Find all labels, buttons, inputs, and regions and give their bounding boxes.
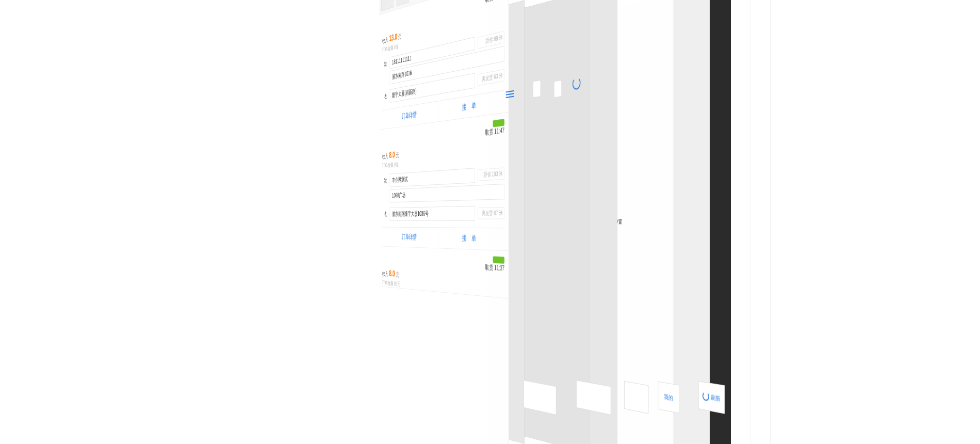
from-distance: 距你 88 米 [478,30,504,49]
tabbar-refresh[interactable]: 刷新 [698,381,725,414]
toolbar-slot-2[interactable] [554,80,562,98]
tabbar-slot-3[interactable] [624,381,648,414]
header-slot-b[interactable] [397,0,410,6]
from-distance: 距你 193 米 [478,167,504,181]
pickup-time: 取货 11:47 [485,126,504,138]
from-line1: 丰企网测试 [390,168,475,187]
from-tag: 发: [382,59,388,69]
refresh-small-icon [703,391,709,401]
income-label: 收入 [382,36,388,44]
order-card[interactable]: 取货 11:37 收入 8.0 元 订单金额 85元 [379,246,509,299]
to-line1: 浦东南路隆宇大厦1036号 [390,206,475,221]
income-unit: 元 [398,33,401,40]
order-card[interactable]: 取货 16:01 收入 13.0 元 订单金额 6元 发: 1811111111… [379,0,509,130]
status-pill [493,256,505,263]
income-label: 收入 [382,270,388,277]
accept-order-button[interactable]: 接 单 [438,228,504,250]
order-card[interactable]: 取货 11:47 收入 8.0 元 订单金额 8元 发: 丰企网测试 距你 19… [379,113,509,251]
order-detail-button[interactable]: 订单详情 [382,227,438,248]
from-tag: 发: [382,177,388,185]
exploded-3d-scene: 订单弹窗 取货 16:01 收入 13.0 元 订单金额 6元 发: 18111… [0,0,980,444]
order-list-panel[interactable]: 取货 16:01 收入 13.0 元 订单金额 6元 发: 1811111111… [379,0,509,444]
income-amount: 8.0 [389,150,395,159]
income-amount: 8.0 [389,269,395,278]
tabbar-mine[interactable]: 我的 [658,381,679,413]
to-tag: 收: [382,92,388,102]
income-label: 收入 [382,153,388,160]
pickup-time: 取货 11:37 [485,263,504,274]
menu-icon[interactable] [506,88,514,100]
tabbar-refresh-label: 刷新 [711,393,720,403]
from-line2: 1088广场 [390,184,505,203]
income-amount: 13.0 [389,33,397,43]
to-distance: 离发货 63 米 [478,69,504,86]
income-unit: 元 [396,271,399,278]
income-unit: 元 [396,152,399,159]
tabbar-mine-label: 我的 [664,392,673,402]
header-slot-a[interactable] [381,0,394,11]
to-tag: 收: [382,210,388,218]
to-distance: 离发货 67 米 [478,207,504,219]
toolbar-slot-1[interactable] [533,80,541,98]
